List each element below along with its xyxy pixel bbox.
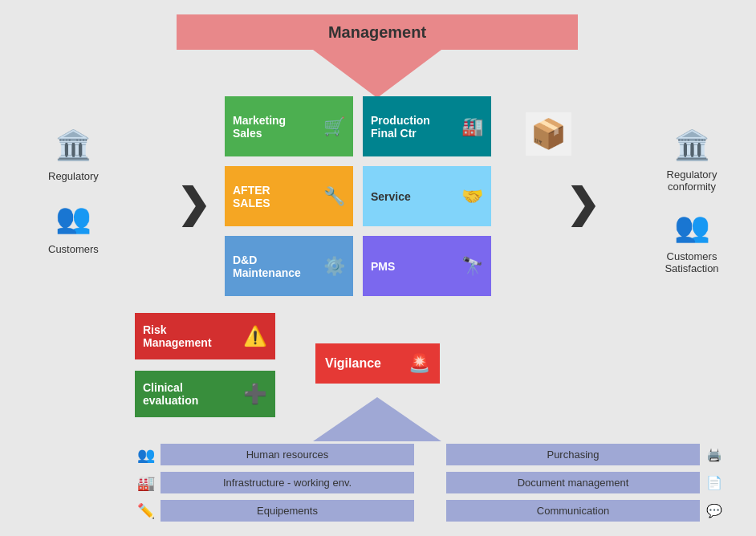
- right-icons: 🏛️ Regulatory conformity 👥 Customers Sat…: [660, 128, 724, 274]
- service-box: Service 🤝: [363, 166, 491, 226]
- pms-box: PMS 🔭: [363, 236, 491, 296]
- chevron-right-icon: ❯: [566, 181, 600, 227]
- dd-maintenance-label: D&DMaintenance: [233, 254, 301, 279]
- pms-label: PMS: [371, 260, 395, 273]
- regulatory-icon: 🏛️: [55, 128, 91, 162]
- production-icon: 🏭: [461, 116, 483, 137]
- cust-satisfaction-label: Customers Satisfaction: [660, 250, 724, 274]
- communication-row: Communication 💬: [446, 500, 724, 522]
- human-resources-label: Human resources: [161, 444, 414, 465]
- management-arrow-down: [313, 50, 441, 98]
- risk-icon: ⚠️: [243, 325, 267, 347]
- risk-management-label: RiskManagement: [143, 323, 212, 349]
- equipements-row: ✏️ Equipements: [136, 500, 414, 522]
- infrastructure-label: Infrastructure - working env.: [161, 472, 414, 493]
- marketing-sales-box: MarketingSales 🛒: [225, 96, 353, 156]
- regulatory-label: Regulatory: [48, 170, 99, 182]
- clinical-evaluation-box: Clinicalevaluation ➕: [135, 371, 275, 417]
- customers-label: Customers: [48, 243, 99, 255]
- document-icon: 📄: [705, 475, 724, 490]
- service-icon: 🤝: [461, 186, 483, 207]
- purchasing-row: Purchasing 🖨️: [446, 444, 724, 465]
- document-management-row: Document management 📄: [446, 472, 724, 493]
- dd-maintenance-box: D&DMaintenance ⚙️: [225, 236, 353, 296]
- production-label: ProductionFinal Ctr: [371, 114, 430, 140]
- infrastructure-icon: 🏭: [136, 474, 156, 492]
- purchasing-icon: 🖨️: [705, 447, 724, 462]
- infrastructure-row: 🏭 Infrastructure - working env.: [136, 472, 414, 493]
- clinical-evaluation-label: Clinicalevaluation: [143, 381, 198, 407]
- after-sales-icon: 🔧: [323, 186, 345, 207]
- equipements-label: Equipements: [161, 500, 414, 522]
- reg-conformity-icon: 🏛️: [674, 128, 710, 162]
- marketing-icon: 🛒: [323, 116, 345, 137]
- risk-management-box: RiskManagement ⚠️: [135, 313, 275, 359]
- communication-label: Communication: [446, 500, 700, 522]
- pms-icon: 🔭: [461, 256, 483, 277]
- after-sales-label: AFTERSALES: [233, 184, 270, 209]
- delivery-icon: 📦: [526, 112, 571, 156]
- diagram-container: Management 🏛️ Regulatory 👥 Customers ❯ M…: [0, 0, 756, 536]
- service-label: Service: [371, 190, 411, 203]
- production-box: ProductionFinal Ctr 🏭: [363, 96, 491, 156]
- cust-satisfaction-icon: 👥: [674, 210, 710, 244]
- marketing-sales-label: MarketingSales: [233, 114, 286, 140]
- process-grid: MarketingSales 🛒 ProductionFinal Ctr 🏭 A…: [225, 96, 491, 296]
- document-management-label: Document management: [446, 472, 700, 493]
- communication-icon: 💬: [705, 503, 724, 518]
- purchasing-label: Purchasing: [446, 444, 700, 465]
- support-arrow-up: [313, 397, 441, 441]
- vigilance-icon: 🚨: [408, 353, 430, 374]
- left-icons: 🏛️ Regulatory 👥 Customers: [48, 128, 99, 255]
- human-resources-row: 👥 Human resources: [136, 444, 414, 465]
- equipements-icon: ✏️: [136, 502, 156, 520]
- clinical-icon: ➕: [243, 383, 267, 405]
- customers-icon: 👥: [55, 201, 91, 235]
- vigilance-box: Vigilance 🚨: [315, 343, 440, 384]
- management-label: Management: [328, 23, 426, 42]
- after-sales-box: AFTERSALES 🔧: [225, 166, 353, 226]
- support-section: 👥 Human resources Purchasing 🖨️ 🏭 Infras…: [136, 444, 724, 522]
- vigilance-label: Vigilance: [325, 356, 381, 371]
- chevron-left-icon: ❯: [177, 181, 210, 227]
- dd-icon: ⚙️: [323, 256, 345, 277]
- human-resources-icon: 👥: [136, 446, 156, 464]
- reg-conformity-label: Regulatory conformity: [660, 169, 724, 193]
- management-bar: Management: [177, 14, 578, 50]
